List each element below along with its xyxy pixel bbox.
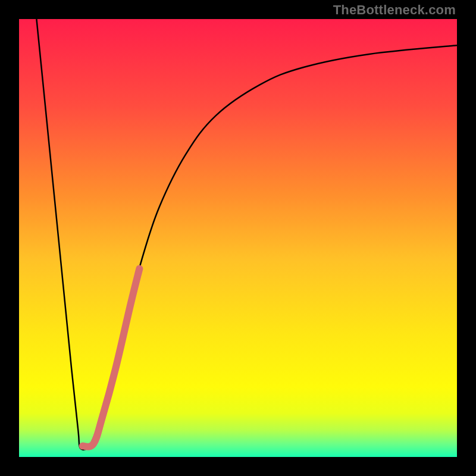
chart-frame: TheBottleneck.com — [0, 0, 476, 476]
watermark-text: TheBottleneck.com — [333, 2, 456, 18]
bottleneck-curve — [36, 19, 457, 450]
plot-area — [19, 19, 457, 457]
highlight-segment — [83, 269, 140, 447]
chart-lines — [19, 19, 457, 457]
